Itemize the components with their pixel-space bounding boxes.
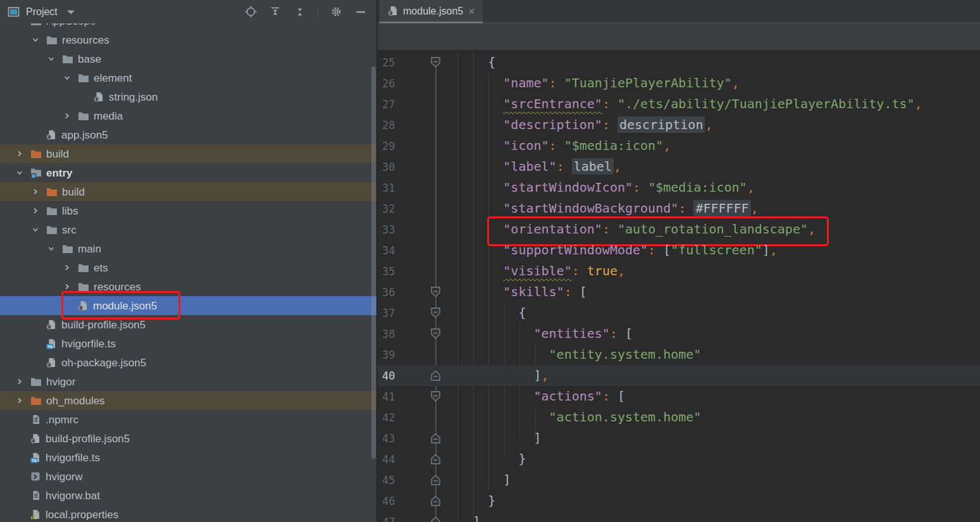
tree-item-resources[interactable]: resources [0,277,376,296]
tree-item-hvigorw-bat[interactable]: hvigorw.bat [0,486,376,505]
chevron-expanded-icon[interactable] [30,35,40,45]
code-line-36[interactable]: 36 "skills": [ [378,282,980,302]
code-line-35[interactable]: 35 "visible": true, [378,261,980,282]
chevron-expanded-icon[interactable] [46,54,56,64]
code-line-25[interactable]: 25 { [378,52,980,73]
svg-text:{}: {} [94,97,99,102]
collapse-all-icon[interactable] [293,5,307,19]
fold-region-end-icon[interactable] [431,454,440,467]
tree-item-hvigorw[interactable]: hvigorw [0,467,376,486]
chevron-collapsed-icon[interactable] [62,111,72,121]
code-line-27[interactable]: 27 "srcEntrance": "./ets/ability/Tuanjie… [378,94,980,115]
editor-tab-module-json5[interactable]: {} module.json5 × [380,0,483,23]
tree-item-oh-modules[interactable]: oh_modules [0,391,376,410]
code-line-44[interactable]: 44 } [378,449,980,469]
fold-region-end-icon[interactable] [431,516,440,522]
tree-item-main[interactable]: main [0,239,376,258]
chevron-expanded-icon[interactable] [62,73,72,83]
code-line-40[interactable]: 40 ], [378,365,980,386]
fold-region-start-icon[interactable] [431,57,440,70]
fold-region-start-icon[interactable] [431,308,440,321]
tree-item-build-profile-json5[interactable]: {}build-profile.json5 [0,429,376,448]
svg-text:TS: TS [32,458,37,463]
tree-scrollbar[interactable] [371,66,376,459]
fold-region-start-icon[interactable] [431,391,440,404]
panel-title[interactable]: Project [26,6,58,18]
code-text: "name": "TuanjiePlayerAbility", [442,73,740,94]
chevron-collapsed-icon[interactable] [15,395,25,406]
tree-item-label: src [62,223,77,237]
fold-region-start-icon[interactable] [431,328,440,342]
code-line-33[interactable]: 33 "orientation": "auto_rotation_landsca… [378,219,980,240]
settings-gear-icon[interactable] [329,5,343,19]
tree-item-appscope[interactable]: AppScope [0,23,376,30]
tree-item-hvigorfile-ts[interactable]: TShvigorfile.ts [0,334,376,353]
chevron-expanded-icon[interactable] [30,225,40,235]
fold-region-end-icon[interactable] [431,495,440,509]
chevron-expanded-icon[interactable] [15,168,25,178]
tree-item-resources[interactable]: resources [0,30,376,49]
tree-item-string-json[interactable]: {}string.json [0,87,376,106]
tree-item-base[interactable]: base [0,49,376,68]
code-line-45[interactable]: 45 ] [378,469,980,490]
tree-item--npmrc[interactable]: .npmrc [0,410,376,429]
chevron-collapsed-icon[interactable] [30,206,40,216]
code-line-38[interactable]: 38 "entities": [ [378,323,980,344]
code-line-31[interactable]: 31 "startWindowIcon": "$media:icon", [378,177,980,198]
tree-item-local-properties[interactable]: local.properties [0,505,376,522]
tree-item-oh-package-json5[interactable]: {}oh-package.json5 [0,353,376,372]
hide-panel-icon[interactable] [354,5,368,19]
chevron-collapsed-icon[interactable] [62,282,72,292]
tree-item-label: entry [46,166,73,180]
code-editor[interactable]: 25 {26 "name": "TuanjiePlayerAbility",27… [378,51,980,522]
chevron-collapsed-icon[interactable] [62,263,72,273]
chevron-expanded-icon[interactable] [46,244,56,254]
code-line-43[interactable]: 43 ] [378,428,980,449]
tree-item-entry[interactable]: entry [0,163,376,182]
chevron-collapsed-icon[interactable] [15,149,25,159]
code-line-30[interactable]: 30 "label": label, [378,156,980,177]
tree-item-element[interactable]: element [0,68,376,87]
tree-item-build[interactable]: build [0,182,376,201]
folded-value[interactable]: label [572,158,614,175]
folded-value[interactable]: #FFFFFF [693,200,750,216]
code-line-46[interactable]: 46 } [378,490,980,511]
tree-item-hvigorfile-ts[interactable]: TShvigorfile.ts [0,448,376,467]
code-line-37[interactable]: 37 { [378,302,980,323]
tree-item-hvigor[interactable]: hvigor [0,372,376,391]
tree-item-media[interactable]: media [0,106,376,125]
code-line-26[interactable]: 26 "name": "TuanjiePlayerAbility", [378,73,980,94]
chevron-expanded-icon[interactable] [15,23,25,26]
fold-region-end-icon[interactable] [431,433,440,446]
tree-item-ets[interactable]: ets [0,258,376,277]
fold-gutter [406,365,442,386]
chevron-collapsed-icon[interactable] [30,187,40,197]
folded-value[interactable]: description [617,116,705,133]
code-line-32[interactable]: 32 "startWindowBackground": #FFFFFF, [378,198,980,219]
expand-all-icon[interactable] [268,5,282,19]
tree-item-build-profile-json5[interactable]: {}build-profile.json5 [0,315,376,334]
close-tab-icon[interactable]: × [468,6,475,18]
fold-region-end-icon[interactable] [431,475,440,488]
code-line-47[interactable]: 47 ] [378,511,980,522]
tree-item-build[interactable]: build [0,144,376,163]
fold-gutter [406,177,442,198]
folder-icon [78,73,89,83]
fold-gutter [406,511,442,522]
code-line-39[interactable]: 39 "entity.system.home" [378,344,980,365]
tree-item-label: module.json5 [93,299,157,313]
tree-item-app-json5[interactable]: {}app.json5 [0,125,376,144]
code-line-28[interactable]: 28 "description": description, [378,115,980,135]
code-line-34[interactable]: 34 "supportWindowMode": ["fullscreen"], [378,240,980,261]
tree-item-module-json5[interactable]: {}module.json5 [0,296,376,315]
code-line-41[interactable]: 41 "actions": [ [378,386,980,407]
code-line-42[interactable]: 42 "action.system.home" [378,407,980,428]
fold-region-start-icon[interactable] [431,287,440,300]
tree-item-src[interactable]: src [0,220,376,239]
chevron-down-icon[interactable] [64,5,78,19]
locate-file-icon[interactable] [244,5,257,19]
code-line-29[interactable]: 29 "icon": "$media:icon", [378,135,980,156]
fold-region-end-icon[interactable] [431,370,440,383]
chevron-collapsed-icon[interactable] [15,376,25,387]
tree-item-libs[interactable]: libs [0,201,376,220]
